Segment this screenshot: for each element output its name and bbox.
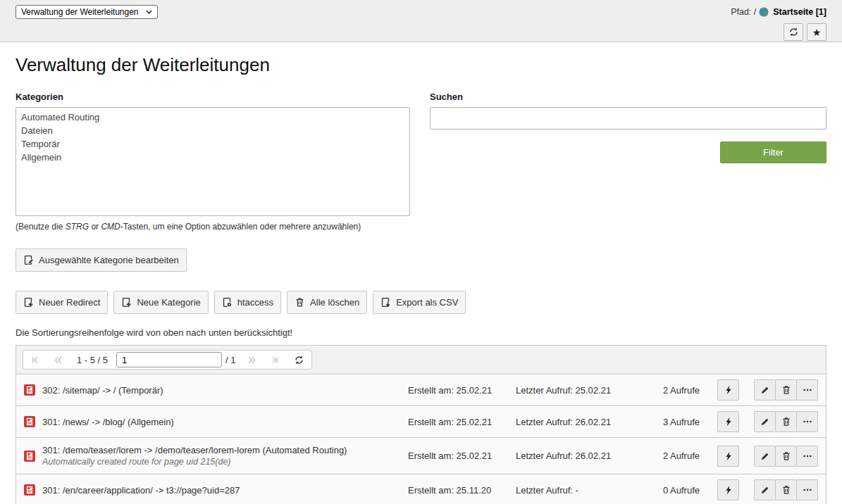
categories-listbox[interactable]: Automated Routing Dateien Temporär Allge… bbox=[16, 107, 410, 216]
redirect-record-icon bbox=[24, 384, 35, 396]
redirect-title: 302: /sitemap/ -> / (Temporär) bbox=[42, 385, 163, 396]
document-new-icon bbox=[23, 297, 34, 308]
refresh-icon bbox=[294, 355, 304, 365]
edit-button[interactable] bbox=[754, 379, 776, 401]
lightning-icon bbox=[724, 485, 733, 495]
more-options-button[interactable] bbox=[796, 479, 818, 500]
pencil-icon bbox=[760, 451, 770, 461]
first-page-icon bbox=[30, 355, 39, 365]
table-row: 301: /news/ -> /blog/ (Allgemein) Erstel… bbox=[16, 406, 826, 438]
created-date: Erstellt am: 25.02.21 bbox=[408, 451, 516, 461]
previous-page-button[interactable] bbox=[47, 351, 70, 369]
last-hit-date: Letzter Aufruf: 26.02.21 bbox=[516, 417, 645, 427]
redirect-record-icon bbox=[24, 416, 35, 427]
row-text: 301: /en/career/application/ -> t3://pag… bbox=[42, 485, 240, 496]
export-csv-label: Export als CSV bbox=[396, 297, 458, 308]
last-hit-date: Letzter Aufruf: - bbox=[516, 485, 645, 496]
sort-order-note: Die Sortierungsreihenfolge wird von oben… bbox=[16, 327, 826, 338]
filter-button[interactable]: Filter bbox=[720, 141, 826, 163]
search-column: Suchen Filter bbox=[430, 92, 826, 272]
redirect-title: 301: /demo/teaser/lorem -> /demo/teaser/… bbox=[42, 445, 347, 455]
next-page-button[interactable] bbox=[240, 351, 264, 369]
hit-counter-button[interactable] bbox=[717, 446, 739, 467]
hit-count: 2 Aufrufe bbox=[645, 385, 700, 396]
redirect-title: 301: /en/career/application/ -> t3://pag… bbox=[42, 485, 240, 496]
module-select[interactable]: Verwaltung der Weiterleitungen bbox=[16, 5, 158, 19]
more-options-button[interactable] bbox=[796, 446, 818, 467]
pencil-icon bbox=[760, 485, 770, 495]
total-pages-label: / 1 bbox=[225, 351, 240, 369]
row-button-group bbox=[754, 411, 818, 432]
category-option[interactable]: Temporär bbox=[16, 137, 409, 151]
lightning-icon bbox=[724, 417, 733, 427]
redirect-table: 1 - 5 / 5 / 1 bbox=[16, 345, 826, 504]
delete-button[interactable] bbox=[775, 379, 797, 401]
hit-counter-button[interactable] bbox=[717, 479, 739, 500]
path-label: Pfad: / bbox=[731, 7, 756, 17]
ellipsis-icon bbox=[803, 485, 812, 495]
export-csv-button[interactable]: Export als CSV bbox=[373, 291, 466, 314]
row-text: 301: /demo/teaser/lorem -> /demo/teaser/… bbox=[42, 445, 347, 467]
redirect-subtitle: Automatically created route for page uid… bbox=[42, 457, 347, 467]
globe-icon bbox=[759, 7, 769, 17]
page-number-input[interactable] bbox=[116, 352, 222, 367]
trash-icon bbox=[781, 451, 791, 461]
category-option[interactable]: Dateien bbox=[16, 124, 409, 137]
bookmark-button[interactable]: ★ bbox=[807, 23, 826, 41]
trash-icon bbox=[781, 385, 791, 395]
delete-all-label: Alle löschen bbox=[310, 297, 359, 308]
trash-icon bbox=[781, 485, 791, 495]
first-page-button[interactable] bbox=[23, 351, 47, 369]
edit-category-label: Ausgewählte Kategorie bearbeiten bbox=[39, 255, 179, 265]
htaccess-button[interactable]: htaccess bbox=[214, 291, 281, 314]
search-input[interactable] bbox=[430, 107, 826, 130]
hit-counter-button[interactable] bbox=[717, 379, 739, 401]
hit-count: 0 Aufrufe bbox=[645, 485, 700, 496]
docheader: Verwaltung der Weiterleitungen Pfad: / S… bbox=[0, 0, 842, 42]
reload-button[interactable] bbox=[784, 23, 803, 41]
redirect-record-icon bbox=[24, 484, 35, 496]
refresh-list-button[interactable] bbox=[287, 351, 311, 369]
ellipsis-icon bbox=[803, 451, 812, 461]
category-option[interactable]: Allgemein bbox=[16, 151, 409, 164]
new-redirect-button[interactable]: Neuer Redirect bbox=[16, 291, 108, 314]
edit-button[interactable] bbox=[754, 446, 776, 467]
last-page-icon bbox=[271, 355, 280, 365]
docheader-buttons-row: ★ bbox=[16, 23, 826, 41]
delete-all-button[interactable]: Alle löschen bbox=[287, 291, 367, 314]
row-main: 301: /news/ -> /blog/ (Allgemein) bbox=[24, 416, 408, 427]
edit-button[interactable] bbox=[754, 479, 776, 500]
category-option[interactable]: Automated Routing bbox=[16, 111, 409, 124]
row-main: 302: /sitemap/ -> / (Temporär) bbox=[24, 384, 408, 396]
more-options-button[interactable] bbox=[796, 411, 818, 432]
more-options-button[interactable] bbox=[796, 379, 818, 401]
new-category-button[interactable]: Neue Kategorie bbox=[113, 291, 208, 314]
row-button-group bbox=[754, 446, 818, 467]
delete-button[interactable] bbox=[775, 479, 797, 500]
hit-count: 2 Aufrufe bbox=[645, 451, 700, 461]
row-text: 301: /news/ -> /blog/ (Allgemein) bbox=[42, 417, 174, 427]
filter-section: Kategorien Automated Routing Dateien Tem… bbox=[16, 92, 826, 272]
record-range: 1 - 5 / 5 bbox=[70, 351, 115, 369]
delete-button[interactable] bbox=[775, 411, 797, 432]
categories-column: Kategorien Automated Routing Dateien Tem… bbox=[16, 92, 410, 272]
new-redirect-label: Neuer Redirect bbox=[39, 297, 100, 308]
hit-counter-button[interactable] bbox=[717, 411, 739, 432]
last-hit-date: Letzter Aufruf: 26.02.21 bbox=[516, 451, 645, 461]
new-category-label: Neue Kategorie bbox=[137, 297, 200, 308]
action-toolbar: Neuer Redirect Neue Kategorie bbox=[16, 291, 826, 314]
last-page-button[interactable] bbox=[264, 351, 287, 369]
edit-category-button[interactable]: Ausgewählte Kategorie bearbeiten bbox=[16, 248, 187, 272]
delete-button[interactable] bbox=[775, 446, 797, 467]
module-select-wrap: Verwaltung der Weiterleitungen bbox=[16, 5, 158, 19]
edit-button[interactable] bbox=[754, 411, 776, 432]
redirect-title: 301: /news/ -> /blog/ (Allgemein) bbox=[42, 417, 174, 427]
next-page-icon bbox=[247, 355, 256, 365]
module-body: Verwaltung der Weiterleitungen Kategorie… bbox=[0, 54, 842, 504]
document-new-icon bbox=[121, 297, 132, 308]
search-label: Suchen bbox=[430, 92, 826, 102]
ellipsis-icon bbox=[803, 417, 812, 427]
lightning-icon bbox=[724, 451, 733, 461]
trash-icon bbox=[295, 297, 305, 308]
document-export-icon bbox=[380, 297, 391, 308]
